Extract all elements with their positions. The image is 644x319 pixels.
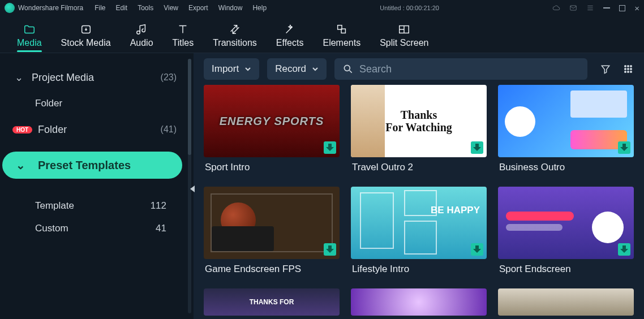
- sidebar-item-folder-hot[interactable]: HOT Folder (41): [0, 117, 194, 143]
- window-close-icon[interactable]: ×: [634, 4, 639, 12]
- tab-effects-label: Effects: [276, 38, 304, 48]
- tab-effects[interactable]: Effects: [276, 23, 304, 51]
- sidebar-item-folder[interactable]: Folder: [0, 90, 194, 117]
- template-title: Sport Intro: [205, 162, 340, 173]
- template-title: Game Endscreen FPS: [205, 264, 340, 275]
- thumbnail-overlay-text: BE HAPPY: [431, 205, 480, 216]
- music-icon: [135, 23, 148, 36]
- menu-window[interactable]: Window: [218, 4, 243, 12]
- menu-view[interactable]: View: [164, 4, 178, 12]
- template-card[interactable]: BE HAPPY Lifestyle Intro: [351, 187, 487, 284]
- sidebar-item-label: Template: [35, 200, 151, 212]
- tab-titles-label: Titles: [173, 38, 194, 48]
- svg-point-14: [630, 71, 632, 73]
- menu-export[interactable]: Export: [188, 4, 208, 12]
- content-toolbar: Import Record Search: [194, 53, 644, 85]
- sidebar-item-label: Preset Templates: [38, 159, 131, 172]
- svg-rect-0: [570, 6, 577, 10]
- chevron-down-icon: ⌄: [16, 158, 25, 172]
- record-dropdown[interactable]: Record: [267, 58, 327, 80]
- grid-view-icon[interactable]: [622, 63, 634, 75]
- tab-media-label: Media: [17, 38, 42, 48]
- menu-help[interactable]: Help: [252, 4, 267, 12]
- cloud-icon[interactable]: [552, 4, 560, 12]
- tab-transitions[interactable]: Transitions: [213, 23, 257, 51]
- tab-stock-media[interactable]: Stock Media: [61, 23, 111, 51]
- hot-badge: HOT: [12, 126, 32, 133]
- list-icon[interactable]: [586, 4, 594, 12]
- sidebar-item-template[interactable]: Template 112: [0, 195, 194, 217]
- sidebar-item-label: Folder: [38, 124, 160, 136]
- primary-tabs: Media Stock Media Audio Titles Transitio…: [0, 16, 644, 53]
- tab-stock-media-label: Stock Media: [61, 38, 111, 48]
- search-icon: [342, 63, 354, 75]
- menu-tools[interactable]: Tools: [138, 4, 153, 12]
- tab-transitions-label: Transitions: [213, 38, 257, 48]
- sidebar-item-project-media[interactable]: ⌄ Project Media (23): [0, 64, 194, 90]
- sidebar-item-label: Project Media: [32, 72, 161, 84]
- download-icon[interactable]: [618, 141, 630, 154]
- tab-audio[interactable]: Audio: [130, 23, 153, 51]
- tab-titles[interactable]: Titles: [173, 23, 194, 51]
- record-label: Record: [275, 63, 306, 75]
- search-input[interactable]: Search: [334, 58, 587, 80]
- thumbnail-overlay-text: ENERGY SPORTS: [220, 115, 324, 128]
- tab-media[interactable]: Media: [17, 23, 42, 51]
- svg-point-6: [625, 66, 626, 67]
- svg-point-5: [344, 65, 350, 71]
- filter-icon[interactable]: [600, 63, 611, 75]
- template-thumbnail: ENERGY SPORTS: [204, 85, 340, 157]
- mail-icon[interactable]: [569, 4, 577, 12]
- split-screen-icon: [398, 23, 410, 36]
- svg-point-7: [628, 66, 629, 67]
- template-thumbnail: [498, 288, 634, 316]
- template-card[interactable]: ENERGY SPORTS Sport Intro: [204, 85, 340, 182]
- template-thumbnail: [351, 288, 487, 316]
- template-card[interactable]: Game Endscreen FPS: [204, 187, 340, 284]
- template-card[interactable]: Sport Endscreen: [498, 187, 634, 284]
- sidebar-item-count: 112: [151, 200, 166, 212]
- app-brand: Wondershare Filmora: [18, 4, 83, 12]
- menu-edit[interactable]: Edit: [116, 4, 128, 12]
- menu-file[interactable]: File: [95, 4, 105, 12]
- template-card[interactable]: [351, 288, 487, 316]
- download-icon[interactable]: [471, 141, 483, 154]
- sidebar-item-custom[interactable]: Custom 41: [0, 217, 194, 240]
- svg-point-12: [625, 71, 626, 73]
- content-area: Import Record Search ENERGY SPORT: [194, 53, 644, 319]
- template-card[interactable]: Thanks For Watching Travel Outro 2: [351, 85, 487, 182]
- magic-wand-icon: [284, 23, 296, 36]
- project-title: Untitled : 00:00:21:20: [267, 5, 552, 11]
- shapes-icon: [336, 23, 348, 36]
- svg-point-10: [628, 68, 629, 70]
- sidebar: ⌄ Project Media (23) Folder HOT Folder (…: [0, 53, 194, 319]
- thumbnail-overlay-text: THANKS FOR: [250, 298, 294, 306]
- template-card[interactable]: [498, 288, 634, 316]
- template-card[interactable]: THANKS FOR: [204, 288, 340, 316]
- window-minimize-icon[interactable]: [603, 7, 610, 8]
- template-thumbnail: Thanks For Watching: [351, 85, 487, 157]
- template-card[interactable]: Business Outro: [498, 85, 634, 182]
- download-icon[interactable]: [324, 141, 336, 154]
- import-dropdown[interactable]: Import: [204, 58, 259, 80]
- tab-split-screen[interactable]: Split Screen: [380, 23, 428, 51]
- template-thumbnail: [204, 187, 340, 259]
- folder-icon: [23, 23, 36, 36]
- app-logo-icon: [5, 3, 15, 13]
- download-icon[interactable]: [471, 243, 483, 256]
- sidebar-item-label: Folder: [35, 98, 177, 109]
- sidebar-item-count: (41): [161, 124, 177, 135]
- import-label: Import: [212, 63, 239, 75]
- template-title: Business Outro: [499, 162, 634, 173]
- search-placeholder: Search: [359, 63, 392, 75]
- collapse-sidebar-icon[interactable]: [190, 186, 195, 192]
- template-thumbnail: [498, 85, 634, 157]
- download-icon[interactable]: [618, 243, 630, 256]
- download-icon[interactable]: [324, 243, 336, 256]
- sidebar-item-preset-templates[interactable]: ⌄ Preset Templates: [2, 152, 182, 179]
- window-maximize-icon[interactable]: [619, 5, 625, 11]
- main-menu: File Edit Tools View Export Window Help: [95, 4, 267, 12]
- tab-split-screen-label: Split Screen: [380, 38, 428, 48]
- tab-elements[interactable]: Elements: [323, 23, 360, 51]
- template-grid: ENERGY SPORTS Sport Intro Thanks For Wat…: [194, 85, 644, 319]
